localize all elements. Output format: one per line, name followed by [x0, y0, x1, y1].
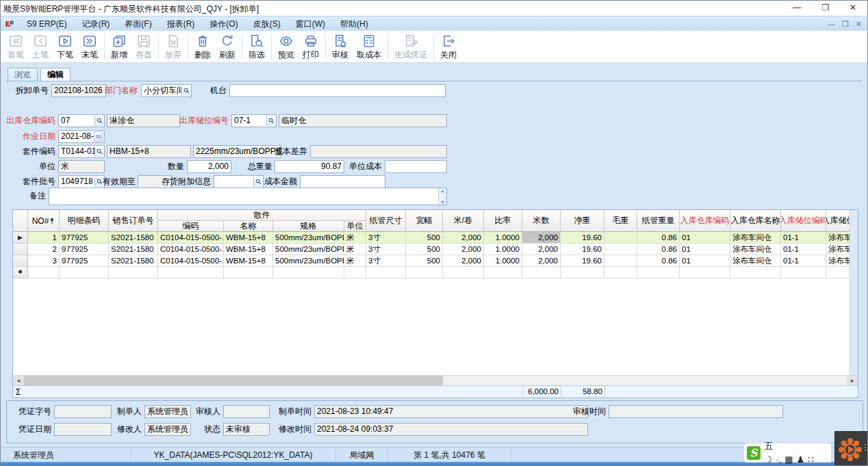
menu-item[interactable]: 记录(R)	[75, 19, 118, 29]
grid-cell-mroll[interactable]: 2,000	[443, 255, 484, 267]
mdi-close-icon[interactable]: ✕	[856, 18, 862, 29]
grid-cell-empty[interactable]	[484, 267, 522, 279]
grid-cell-order[interactable]: S2021-1580	[109, 244, 158, 255]
grid-cell-net[interactable]: 19.60	[561, 255, 604, 267]
menu-item[interactable]: 界面(F)	[117, 19, 159, 29]
grid-cell-in_wh_code[interactable]: 01	[680, 255, 730, 267]
grid-cell-in_loc_name[interactable]: 涂布车间仓	[826, 244, 850, 255]
scroll-up-icon[interactable]: ▲	[440, 188, 445, 193]
grid-cell-empty[interactable]	[60, 267, 109, 279]
work-date-field[interactable]: 2021-08-23 31	[58, 130, 105, 143]
minimize-icon[interactable]: —	[785, 1, 808, 14]
grid-cell-in_loc_code[interactable]: 01-1	[781, 232, 826, 244]
grid-cell-empty[interactable]	[366, 267, 406, 279]
toolbar-button-nav-last[interactable]: 末笔	[77, 31, 102, 62]
grid-horizontal-scrollbar[interactable]: ◂ ▸	[13, 375, 858, 385]
menu-item[interactable]: S9 ERP(E)	[19, 19, 75, 29]
menu-item[interactable]: 皮肤(S)	[246, 19, 288, 29]
grid-cell-in_wh_name[interactable]: 涂布车间仓	[730, 255, 781, 267]
remark-scrollbar[interactable]: ▲ ▼	[438, 188, 446, 205]
grid-cell-code[interactable]: C0104-015-0500-...	[158, 255, 224, 267]
grid-cell-no[interactable]: 1	[28, 232, 60, 244]
out-loc-code-lookup-button[interactable]	[266, 116, 275, 126]
toolbar-button-delete[interactable]: 删除	[190, 31, 215, 62]
grid-cell-empty[interactable]	[637, 267, 680, 279]
grid-cell-spec[interactable]: 500mm/23um/BOPP...	[273, 255, 344, 267]
extra-info-field[interactable]	[214, 175, 264, 188]
grid-cell-order[interactable]: S2021-1580	[109, 255, 158, 267]
grid-cell-net[interactable]: 19.60	[561, 232, 604, 244]
grid-cell-empty[interactable]	[781, 267, 826, 279]
toolbar-button-add[interactable]: 新增	[107, 31, 131, 62]
out-wh-code-lookup-button[interactable]	[94, 116, 103, 126]
grid-cell-in_loc_name[interactable]: 涂布车间仓	[826, 232, 850, 244]
grid-cell-barcode[interactable]: 977925	[60, 244, 109, 255]
toolbar-button-filter[interactable]: 筛选	[244, 31, 269, 62]
grid-cell-width[interactable]: 500	[406, 232, 443, 244]
cost-amount-field[interactable]	[300, 175, 385, 188]
toolbar-button-close-form[interactable]: 关闭	[436, 31, 461, 62]
tab-browse[interactable]: 浏览	[8, 68, 38, 81]
toolbar-button-preview[interactable]: 预览	[274, 31, 298, 62]
grid-cell-width[interactable]: 500	[406, 255, 443, 267]
scroll-down-icon[interactable]: ▼	[440, 200, 445, 205]
table-row[interactable]: 3977925S2021-1580C0104-015-0500-...WBM-1…	[13, 255, 850, 267]
grid-cell-empty[interactable]	[680, 267, 730, 279]
hscroll-left-icon[interactable]: ◂	[13, 376, 24, 385]
grid-cell-empty[interactable]	[109, 267, 158, 279]
grid-cell-tube[interactable]: 3寸	[366, 232, 406, 244]
remark-field[interactable]: ▲ ▼	[49, 187, 447, 205]
close-icon[interactable]: ✕	[841, 1, 865, 14]
kit-code-lookup-button[interactable]	[94, 146, 103, 157]
grid-cell-name[interactable]: WBM-15+8	[224, 232, 273, 244]
grid-cell-meters[interactable]: 2,000	[522, 244, 561, 255]
hscroll-right-icon[interactable]: ▸	[847, 376, 858, 385]
menu-item[interactable]: 窗口(W)	[288, 19, 333, 29]
grid-cell-name[interactable]: WBM-15+8	[224, 255, 273, 267]
toolbar-button-cost[interactable]: 取成本	[353, 31, 385, 62]
menu-item[interactable]: 帮助(H)	[333, 19, 376, 29]
dept-field[interactable]: 小分切车间	[141, 84, 192, 97]
row-selector[interactable]: ▶	[13, 232, 28, 244]
tab-edit[interactable]: 编辑	[40, 68, 71, 81]
grid-cell-code[interactable]: C0104-015-0500-...	[158, 244, 224, 255]
ime-icon[interactable]: ∷	[808, 454, 813, 465]
grid-new-row[interactable]: ✱	[13, 267, 850, 279]
grid-cell-name[interactable]: WBM-15+8	[224, 244, 273, 255]
menu-item[interactable]: 操作(O)	[202, 19, 245, 29]
grid-cell-spec[interactable]: 500mm/23um/BOPP...	[273, 232, 344, 244]
ime-icon[interactable]: 五	[765, 441, 774, 451]
toolbar-button-nav-next[interactable]: 下笔	[53, 31, 77, 62]
grid-cell-spec[interactable]: 500mm/23um/BOPP...	[273, 244, 344, 255]
grid-cell-gross[interactable]	[604, 244, 637, 255]
grid-cell-code[interactable]: C0104-015-0500-...	[158, 232, 224, 244]
grid-cell-empty[interactable]	[406, 267, 443, 279]
grid-cell-empty[interactable]	[344, 267, 366, 279]
grid-cell-barcode[interactable]: 977925	[60, 255, 109, 267]
toolbar-button-refresh[interactable]: 刷新	[215, 31, 240, 62]
maximize-icon[interactable]: ❐	[814, 1, 837, 14]
table-row[interactable]: 2977925S2021-1580C0104-015-0500-...WBM-1…	[13, 244, 850, 255]
grid-cell-in_wh_code[interactable]: 01	[680, 232, 730, 244]
grid-cell-meters[interactable]: 2,000	[522, 255, 561, 267]
menu-item[interactable]: 报表(R)	[159, 19, 203, 29]
grid-cell-order[interactable]: S2021-1580	[109, 232, 158, 244]
grid-cell-tube[interactable]: 3寸	[366, 255, 406, 267]
kit-code-field[interactable]: T0144-015-2225	[58, 145, 105, 158]
grid-vertical-scrollbar[interactable]	[850, 210, 858, 375]
row-selector[interactable]	[13, 255, 28, 267]
grid-cell-empty[interactable]	[224, 267, 273, 279]
kit-batch-field[interactable]: 1049718	[58, 175, 105, 188]
total-weight-field[interactable]: 90.87	[275, 160, 344, 173]
toolbar-button-print[interactable]: 打印	[298, 31, 323, 62]
row-selector[interactable]	[13, 244, 28, 255]
machine-field[interactable]	[229, 84, 446, 97]
grid-cell-empty[interactable]	[28, 267, 60, 279]
grid-cell-no[interactable]: 3	[28, 255, 60, 267]
grid-cell-in_wh_name[interactable]: 涂布车间仓	[730, 244, 781, 255]
grid-cell-in_loc_name[interactable]: 涂布车间仓	[826, 255, 850, 267]
grid-cell-ratio[interactable]: 1.0000	[484, 232, 522, 244]
grid-cell-ratio[interactable]: 1.0000	[484, 244, 522, 255]
grid-cell-width[interactable]: 500	[406, 244, 443, 255]
ime-icon[interactable]: ▦	[784, 454, 793, 465]
